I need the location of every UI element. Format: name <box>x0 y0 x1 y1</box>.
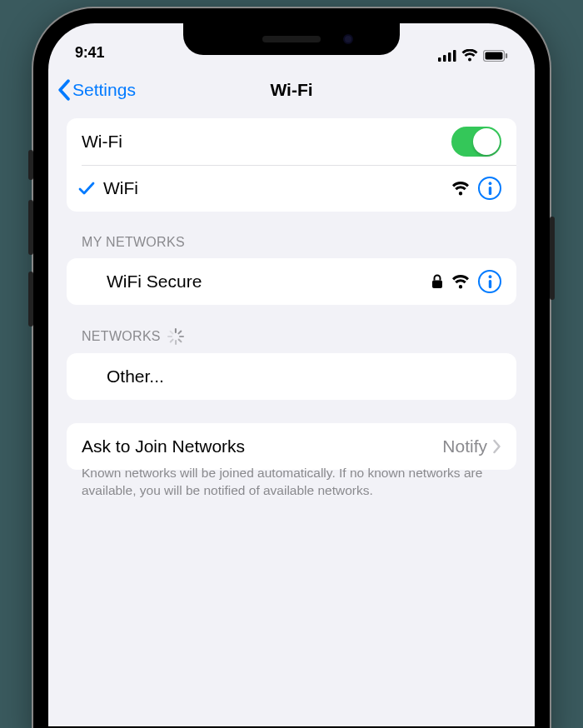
svg-rect-6 <box>506 53 507 58</box>
svg-rect-3 <box>453 50 456 62</box>
battery-icon <box>483 50 508 62</box>
chevron-left-icon <box>57 79 71 101</box>
connected-network-name: WiFi <box>103 178 451 198</box>
wifi-switch[interactable] <box>451 127 501 157</box>
wifi-status-icon <box>461 49 478 62</box>
networks-header-label: NETWORKS <box>82 329 161 344</box>
svg-rect-2 <box>448 52 451 62</box>
svg-rect-0 <box>438 57 441 62</box>
ask-to-join-row[interactable]: Ask to Join Networks Notify <box>67 423 516 470</box>
spinner-icon <box>167 328 184 345</box>
other-network-label: Other... <box>107 366 501 386</box>
ask-to-join-group: Ask to Join Networks Notify <box>67 423 516 470</box>
lock-icon <box>431 274 443 289</box>
cellular-signal-icon <box>438 50 456 62</box>
phone-frame: 9:41 <box>33 8 550 728</box>
notch <box>183 23 400 55</box>
svg-rect-8 <box>488 187 491 195</box>
networks-header: NETWORKS <box>67 328 516 353</box>
svg-rect-1 <box>443 55 446 62</box>
network-row[interactable]: WiFi Secure <box>67 258 516 305</box>
my-networks-header: MY NETWORKS <box>67 235 516 258</box>
my-networks-header-label: MY NETWORKS <box>82 235 185 250</box>
svg-rect-11 <box>488 280 491 288</box>
info-icon[interactable] <box>478 270 501 293</box>
wifi-toggle-row[interactable]: Wi-Fi <box>67 118 516 165</box>
wifi-signal-icon <box>451 182 470 196</box>
volume-up-button <box>28 200 33 255</box>
wifi-toggle-label: Wi-Fi <box>82 132 451 152</box>
svg-point-7 <box>488 182 491 185</box>
page-title: Wi-Fi <box>270 80 312 100</box>
ask-to-join-value: Notify <box>442 436 487 456</box>
power-button <box>550 217 555 300</box>
volume-down-button <box>28 272 33 327</box>
back-label: Settings <box>72 80 136 100</box>
ask-to-join-footer: Known networks will be joined automatica… <box>67 465 516 500</box>
svg-rect-9 <box>432 281 442 289</box>
switch-knob <box>473 128 500 155</box>
speaker-grille <box>262 36 321 42</box>
chevron-right-icon <box>492 439 501 454</box>
screen: 9:41 <box>48 23 535 726</box>
mute-switch <box>28 150 33 180</box>
status-icons <box>438 49 508 62</box>
content: Wi-Fi WiFi <box>48 113 535 500</box>
status-time: 9:41 <box>75 44 104 62</box>
front-camera <box>343 34 353 44</box>
info-icon[interactable] <box>478 177 501 200</box>
svg-rect-5 <box>486 52 503 59</box>
other-network-row[interactable]: Other... <box>67 353 516 400</box>
connected-network-row[interactable]: WiFi <box>67 165 516 212</box>
back-button[interactable]: Settings <box>57 79 136 101</box>
network-name: WiFi Secure <box>107 272 431 292</box>
wifi-signal-icon <box>451 275 470 289</box>
checkmark-icon <box>78 181 95 196</box>
svg-point-10 <box>488 275 491 278</box>
wifi-toggle-group: Wi-Fi WiFi <box>67 118 516 212</box>
networks-group: Other... <box>67 353 516 400</box>
my-networks-group: WiFi Secure <box>67 258 516 305</box>
ask-to-join-label: Ask to Join Networks <box>82 436 442 456</box>
navigation-bar: Settings Wi-Fi <box>48 67 535 113</box>
